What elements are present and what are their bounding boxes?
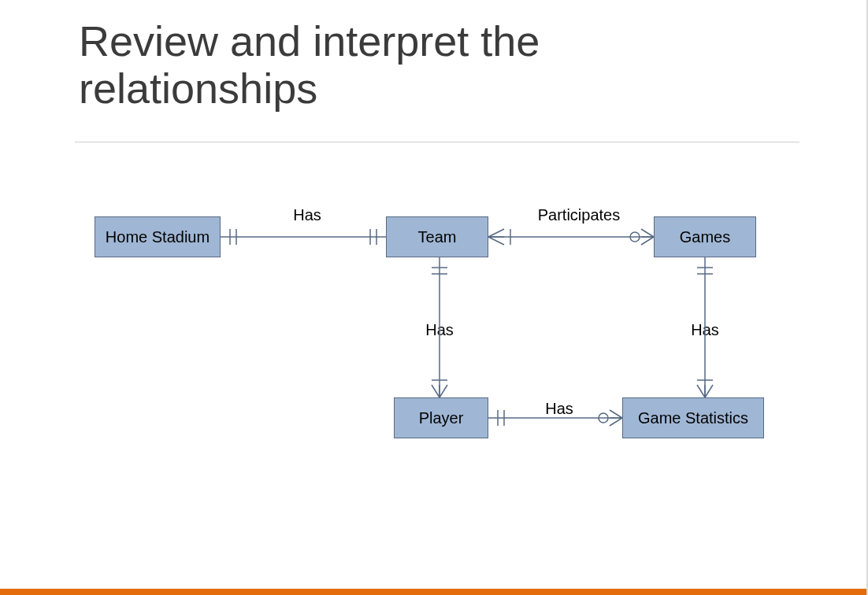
entity-label: Player <box>419 409 464 427</box>
edge-games-stats <box>697 257 713 397</box>
slide-title: Review and interpret the relationships <box>79 17 788 113</box>
edge-team-games <box>488 229 654 245</box>
entity-label: Team <box>418 228 457 246</box>
entity-player: Player <box>394 397 488 438</box>
svg-point-19 <box>599 413 608 423</box>
entity-label: Game Statistics <box>638 409 748 427</box>
svg-point-7 <box>630 232 640 242</box>
edge-team-player <box>432 257 447 397</box>
entity-games: Games <box>654 216 756 257</box>
edge-player-stats <box>488 410 622 426</box>
rel-label-has-games-stats: Has <box>681 321 729 339</box>
accent-bar <box>0 589 866 595</box>
edge-stadium-team <box>221 229 386 245</box>
title-underline <box>75 142 799 142</box>
entity-label: Games <box>680 228 730 246</box>
rel-label-has-team-player: Has <box>416 321 463 339</box>
entity-game-statistics: Game Statistics <box>622 397 764 438</box>
slide: Review and interpret the relationships H… <box>0 0 868 595</box>
entity-home-stadium: Home Stadium <box>95 216 221 257</box>
rel-label-participates: Participates <box>528 206 630 224</box>
rel-label-has-player-stats: Has <box>536 400 583 418</box>
entity-label: Home Stadium <box>106 228 210 246</box>
entity-team: Team <box>386 216 488 257</box>
rel-label-has-stadium-team: Has <box>284 206 331 224</box>
